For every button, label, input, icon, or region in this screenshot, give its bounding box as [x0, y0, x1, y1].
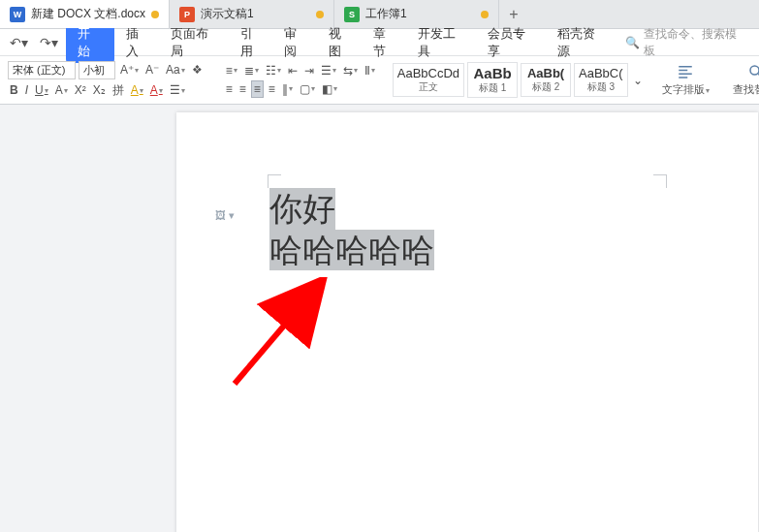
numbering-button[interactable]: ≣ — [242, 63, 261, 78]
style-h3[interactable]: AaBbC( 标题 3 — [574, 63, 628, 97]
indent-button[interactable]: ⇥ — [302, 63, 316, 78]
typeset-label: 文字排版 — [662, 82, 710, 97]
modified-dot-icon — [316, 11, 324, 18]
tab-label: 演示文稿1 — [201, 6, 254, 22]
menu-resources[interactable]: 稻壳资源 — [550, 22, 616, 63]
font-group: 宋体 (正文) 小初 A⁺ A⁻ Aa ❖ B I U A X² X₂ 拼 A … — [4, 58, 208, 102]
phonetic-button[interactable]: 拼 — [111, 81, 126, 100]
clear-format-button[interactable]: ❖ — [190, 62, 205, 78]
align-left-button[interactable]: ≡ — [224, 81, 235, 97]
style-name: 标题 2 — [525, 80, 566, 94]
find-replace-button[interactable]: 查找替换 — [727, 61, 759, 99]
annotation-arrow-icon — [225, 277, 341, 393]
borders-button[interactable]: ▢ — [298, 81, 317, 97]
fill-button[interactable]: ◧ — [320, 81, 339, 97]
spacing-button[interactable]: Ⅱ — [363, 63, 377, 78]
shrink-font-button[interactable]: A⁻ — [143, 62, 161, 78]
bold-button[interactable]: B — [8, 82, 20, 98]
change-case-button[interactable]: Aa — [164, 62, 187, 78]
tab-docx[interactable]: W 新建 DOCX 文档.docx — [0, 0, 170, 28]
find-replace-label: 查找替换 — [733, 82, 759, 97]
modified-dot-icon — [151, 11, 159, 18]
highlight-button[interactable]: A — [129, 82, 145, 98]
workspace: 🖼 ▾ 你好 哈哈哈哈哈 — [0, 105, 759, 532]
strikethrough-button[interactable]: A — [53, 82, 70, 98]
ppt-icon: P — [179, 7, 195, 22]
ribbon: 宋体 (正文) 小初 A⁺ A⁻ Aa ❖ B I U A X² X₂ 拼 A … — [0, 56, 759, 105]
font-size-combo[interactable]: 小初 — [79, 61, 115, 79]
bullets-button[interactable]: ≡ — [224, 63, 239, 78]
redo-button[interactable]: ↷▾ — [36, 33, 62, 52]
style-preview: AaBb — [472, 65, 513, 81]
style-preview: AaBbC( — [579, 66, 623, 80]
style-normal[interactable]: AaBbCcDd 正文 — [393, 63, 464, 97]
shading-button[interactable]: ☰ — [168, 82, 187, 98]
superscript-button[interactable]: X² — [73, 82, 88, 98]
style-name: 正文 — [397, 80, 459, 94]
search-icon: 🔍 — [625, 36, 640, 49]
tab-spreadsheet[interactable]: S 工作簿1 — [334, 0, 499, 28]
svg-rect-0 — [679, 66, 692, 68]
align-justify-button[interactable]: ≡ — [251, 80, 264, 98]
svg-rect-2 — [679, 74, 692, 76]
modified-dot-icon — [481, 11, 489, 18]
outdent-button[interactable]: ⇤ — [286, 63, 300, 78]
svg-rect-3 — [679, 77, 687, 78]
svg-point-4 — [750, 66, 759, 75]
subscript-button[interactable]: X₂ — [91, 82, 108, 98]
sort-button[interactable]: ☰ — [319, 63, 338, 78]
underline-button[interactable]: U — [33, 82, 50, 98]
tab-label: 工作簿1 — [365, 6, 407, 22]
svg-rect-1 — [679, 70, 687, 72]
tab-label: 新建 DOCX 文档.docx — [31, 6, 145, 22]
tab-presentation[interactable]: P 演示文稿1 — [170, 0, 334, 28]
search-placeholder: 查找命令、搜索模板 — [644, 26, 747, 59]
margin-corner-icon — [653, 174, 667, 188]
style-preview: AaBb( — [525, 66, 566, 80]
typeset-button[interactable]: 文字排版 — [656, 61, 715, 99]
line-spacing-button[interactable]: ‖ — [280, 81, 295, 97]
align-center-button[interactable]: ≡ — [237, 81, 248, 97]
style-name: 标题 1 — [472, 81, 513, 95]
style-h2[interactable]: AaBb( 标题 2 — [521, 63, 571, 97]
document-page[interactable]: 🖼 ▾ 你好 哈哈哈哈哈 — [176, 112, 758, 532]
command-search[interactable]: 🔍 查找命令、搜索模板 — [619, 24, 753, 61]
multilevel-button[interactable]: ☷ — [264, 63, 283, 78]
text-line-2: 哈哈哈哈哈 — [269, 230, 434, 271]
align-right-button[interactable]: ≡ — [267, 81, 277, 97]
styles-more-button[interactable]: ⌄ — [631, 73, 645, 88]
styles-group: AaBbCcDd 正文 AaBb 标题 1 AaBb( 标题 2 AaBbC( … — [393, 58, 645, 102]
svg-line-6 — [235, 287, 317, 384]
undo-button[interactable]: ↶▾ — [6, 33, 32, 52]
menu-bar: ↶▾ ↷▾ 开始 插入 页面布局 引用 审阅 视图 章节 开发工具 会员专享 稻… — [0, 29, 759, 56]
margin-corner-icon — [268, 174, 281, 188]
word-icon: W — [10, 7, 25, 22]
style-preview: AaBbCcDd — [397, 66, 459, 80]
tab-button[interactable]: ⇆ — [341, 63, 360, 78]
italic-button[interactable]: I — [23, 82, 30, 98]
grow-font-button[interactable]: A⁺ — [118, 62, 141, 78]
sheet-icon: S — [344, 7, 360, 22]
style-h1[interactable]: AaBb 标题 1 — [467, 62, 518, 98]
text-line-1: 你好 — [269, 188, 335, 230]
typeset-icon — [677, 63, 694, 80]
font-color-button[interactable]: A — [148, 82, 165, 98]
search-icon — [747, 63, 759, 80]
paragraph-group: ≡ ≣ ☷ ⇤ ⇥ ☰ ⇆ Ⅱ ≡ ≡ ≡ ≡ ‖ ▢ ◧ — [220, 58, 381, 102]
style-name: 标题 3 — [579, 80, 623, 94]
font-name-combo[interactable]: 宋体 (正文) — [8, 61, 76, 79]
selected-text[interactable]: 你好 哈哈哈哈哈 — [269, 188, 434, 270]
picture-anchor-icon: 🖼 ▾ — [215, 209, 235, 222]
